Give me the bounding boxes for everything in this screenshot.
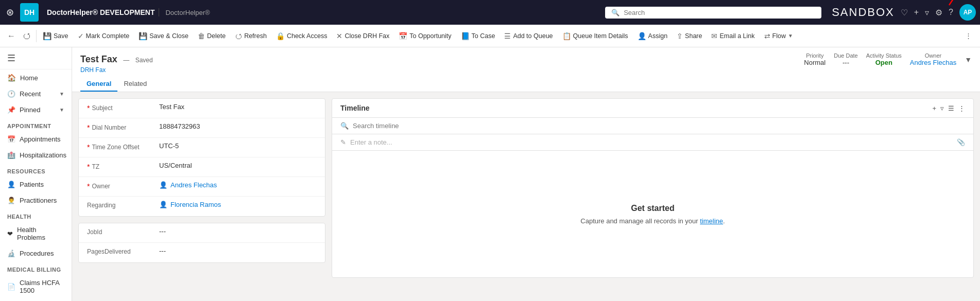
sidebar-item-claims-hcfa[interactable]: 📄 Claims HCFA 1500	[0, 275, 72, 298]
to-opportunity-button[interactable]: 📅 To Opportunity	[394, 30, 455, 42]
sidebar-item-procedures[interactable]: 🔬 Procedures	[0, 245, 72, 261]
due-date-label: Due Date	[834, 52, 857, 59]
save-button[interactable]: 💾 Save	[39, 30, 73, 42]
jobid-label: JobId	[87, 227, 159, 236]
practitioners-icon: 👨‍⚕️	[7, 197, 15, 204]
plus-icon[interactable]: +	[914, 8, 919, 17]
required-indicator-4: *	[87, 163, 90, 171]
chevron-down-icon-pinned: ▼	[59, 107, 64, 113]
sidebar-item-hospitalizations[interactable]: 🏥 Hospitalizations	[0, 147, 72, 163]
more-options-button[interactable]: ⋮	[961, 30, 976, 42]
close-drh-fax-button[interactable]: ✕ Close DRH Fax	[332, 30, 393, 42]
home-icon: 🏠	[7, 74, 16, 82]
queue-icon: ☰	[504, 32, 511, 40]
jobid-value: ---	[159, 227, 317, 235]
sidebar-item-health-problems[interactable]: ❤ Health Problems	[0, 222, 72, 245]
assign-button[interactable]: 👤 Assign	[633, 30, 672, 42]
search-bar: 🔍	[605, 7, 821, 19]
share-icon: ⇪	[677, 32, 683, 40]
section-appointment: Appointment	[0, 118, 72, 131]
toolbar: ← ⭯ 💾 Save ✓ Mark Complete 💾 Save & Clos…	[0, 25, 980, 47]
form-row-owner: * Owner 👤 Andres Flechas	[79, 177, 325, 197]
timezone-offset-value: UTC-5	[159, 142, 317, 150]
check-access-button[interactable]: 🔒 Check Access	[272, 30, 332, 42]
regarding-value[interactable]: 👤 Florencia Ramos	[159, 201, 317, 208]
timeline-search-bar: 🔍	[332, 118, 973, 134]
owner-field-label: * Owner	[87, 181, 159, 190]
recent-icon: 🕐	[7, 90, 15, 98]
settings-icon[interactable]: ⚙	[935, 8, 942, 17]
main-layout: ☰ 🏠 Home 🕐 Recent ▼ 📌 Pinned ▼ Appointme…	[0, 47, 980, 301]
queue-details-icon: 📋	[562, 32, 571, 40]
sidebar-item-practitioners[interactable]: 👨‍⚕️ Practitioners	[0, 192, 72, 208]
mark-complete-button[interactable]: ✓ Mark Complete	[74, 30, 134, 42]
sidebar-item-pinned[interactable]: 📌 Pinned ▼	[0, 102, 72, 118]
record-meta-bar: Priority Normal Due Date --- Activity St…	[804, 52, 972, 66]
timeline-link[interactable]: timeline	[700, 217, 723, 225]
pencil-icon: ✎	[340, 138, 346, 146]
subject-value: Test Fax	[159, 103, 317, 111]
timeline-search-input[interactable]	[353, 122, 965, 130]
save-close-button[interactable]: 💾 Save & Close	[134, 30, 193, 42]
owner-field-value[interactable]: 👤 Andres Flechas	[159, 181, 317, 189]
claims-icon: 📄	[7, 283, 15, 291]
record-tabs: General Related	[80, 77, 972, 92]
timeline-add-icon[interactable]: +	[932, 104, 936, 112]
queue-item-details-button[interactable]: 📋 Queue Item Details	[558, 30, 632, 42]
flow-button[interactable]: ⇄ Flow ▼	[760, 30, 797, 42]
back-button[interactable]: ←	[4, 29, 19, 43]
form-row-tz: * TZ US/Central	[79, 157, 325, 177]
timeline-view-icon[interactable]: ☰	[948, 104, 954, 112]
assign-icon: 👤	[638, 32, 646, 40]
share-button[interactable]: ⇪ Share	[673, 30, 706, 42]
activity-status-label: Activity Status	[866, 52, 902, 59]
sidebar-item-home[interactable]: 🏠 Home	[0, 69, 72, 86]
toolbar-separator-1	[36, 30, 37, 42]
email-a-link-button[interactable]: ✉ Email a Link	[707, 30, 759, 42]
owner-value[interactable]: Andres Flechas	[910, 59, 956, 66]
sidebar-item-recent[interactable]: 🕐 Recent ▼	[0, 86, 72, 102]
form-panel: * Subject Test Fax * Dial Number 1888473…	[78, 98, 325, 278]
case-icon: 📘	[461, 32, 470, 40]
attachment-icon[interactable]: 📎	[957, 138, 965, 146]
refresh-button[interactable]: ⭯ Refresh	[231, 30, 271, 42]
check-icon: ✓	[78, 32, 84, 40]
sidebar-item-appointments[interactable]: 📅 Appointments	[0, 131, 72, 147]
health-icon: ❤	[7, 230, 13, 238]
record-saved-badge: —	[123, 57, 131, 64]
tab-general[interactable]: General	[80, 77, 117, 92]
expand-record-icon[interactable]: ▼	[965, 56, 972, 64]
email-icon: ✉	[711, 32, 717, 40]
priority-label: Priority	[804, 52, 826, 59]
section-health: Health	[0, 208, 72, 222]
to-case-button[interactable]: 📘 To Case	[457, 30, 500, 42]
form-timeline-layout: * Subject Test Fax * Dial Number 1888473…	[72, 92, 980, 284]
form-row-jobid: JobId ---	[79, 223, 325, 243]
owner-label: Owner	[910, 52, 956, 59]
tz-label: * TZ	[87, 162, 159, 171]
priority-value: Normal	[804, 59, 826, 66]
add-to-queue-button[interactable]: ☰ Add to Queue	[500, 30, 557, 42]
timeline-filter-icon[interactable]: ▿	[940, 104, 944, 112]
sidebar-item-patients[interactable]: 👤 Patients	[0, 176, 72, 192]
check-access-icon: 🔒	[276, 32, 285, 40]
timeline-more-icon[interactable]: ⋮	[958, 104, 965, 112]
sandbox-label: SANDBOX	[832, 6, 895, 19]
filter-icon[interactable]: ▿	[925, 8, 929, 17]
timeline-note-area[interactable]: ✎ Enter a note... 📎	[332, 134, 973, 151]
delete-button[interactable]: 🗑 Delete	[194, 30, 230, 42]
due-date-value: ---	[834, 59, 857, 66]
meta-priority: Priority Normal	[804, 52, 826, 66]
hospital-icon: 🏥	[7, 151, 15, 159]
refresh-icon: ⭯	[235, 32, 242, 40]
tab-related[interactable]: Related	[117, 77, 153, 92]
sidebar-menu-toggle[interactable]: ☰	[0, 47, 72, 69]
bell-icon[interactable]: ♡	[901, 8, 908, 17]
required-indicator-5: *	[87, 182, 90, 190]
form-row-pages-delivered: PagesDelivered ---	[79, 243, 325, 262]
search-input[interactable]	[624, 9, 815, 16]
record-title-row: Test Fax — Saved Priority Normal Due Dat…	[80, 52, 972, 66]
refresh-nav-button[interactable]: ⭯	[20, 29, 34, 43]
timeline-header: Timeline + ▿ ☰ ⋮	[332, 99, 973, 118]
grid-icon[interactable]: ⊛	[4, 5, 16, 20]
